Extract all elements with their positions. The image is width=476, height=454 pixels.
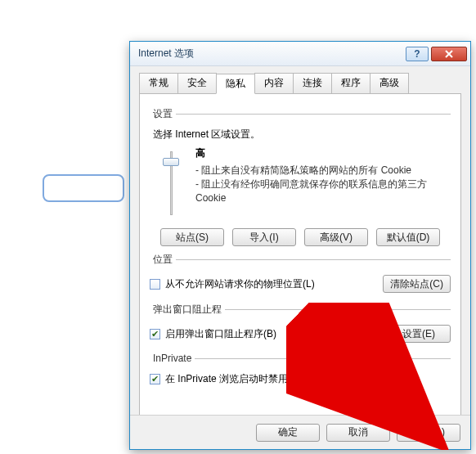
tab-content[interactable]: 内容 (254, 73, 294, 93)
close-button[interactable] (431, 47, 467, 61)
inprivate-disable-toolbars-checkbox[interactable] (150, 374, 160, 384)
tab-connections[interactable]: 连接 (293, 73, 332, 93)
settings-group: 设置 选择 Internet 区域设置。 高 - 阻止来自没有精简隐私策略的网站… (150, 107, 451, 246)
location-group: 位置 从不允许网站请求你的物理位置(L) 清除站点(C) (150, 253, 451, 296)
settings-legend: 设置 (150, 107, 176, 121)
tab-advanced[interactable]: 高级 (370, 73, 409, 93)
tab-privacy[interactable]: 隐私 (216, 74, 255, 94)
tab-security[interactable]: 安全 (177, 73, 217, 93)
close-icon (444, 50, 454, 58)
never-allow-location-checkbox[interactable] (150, 279, 160, 290)
tab-strip: 常规 安全 隐私 内容 连接 程序 高级 (139, 73, 461, 94)
never-allow-location-label: 从不允许网站请求你的物理位置(L) (165, 277, 315, 291)
bullet-2: - 阻止没有经你明确同意就保存你的联系信息的第三方 Cookie (195, 178, 451, 205)
slider-thumb[interactable] (163, 158, 179, 166)
background-shape (43, 174, 124, 202)
internet-options-dialog: Internet 选项 ? 常规 安全 隐私 内容 连接 程序 高级 设置 选择… (129, 41, 471, 450)
tab-general[interactable]: 常规 (139, 73, 178, 93)
dialog-footer: 确定 取消 应用(A) (130, 415, 470, 449)
ok-button[interactable]: 确定 (256, 424, 320, 442)
slider-level-label: 高 (195, 146, 451, 160)
settings-intro: 选择 Internet 区域设置。 (153, 128, 451, 142)
window-title: Internet 选项 (138, 47, 403, 61)
apply-button[interactable]: 应用(A) (397, 424, 460, 442)
cancel-button[interactable]: 取消 (326, 424, 390, 442)
enable-popup-blocker-label: 启用弹出窗口阻止程序(B) (165, 327, 276, 341)
titlebar[interactable]: Internet 选项 ? (130, 42, 470, 66)
privacy-description: - 阻止来自没有精简隐私策略的网站的所有 Cookie - 阻止没有经你明确同意… (195, 164, 451, 205)
sites-button[interactable]: 站点(S) (160, 228, 224, 246)
inprivate-group: InPrivate 在 InPrivate 浏览启动时禁用工具栏和扩展(T) (150, 353, 451, 389)
privacy-slider[interactable] (156, 146, 186, 220)
clear-sites-button[interactable]: 清除站点(C) (383, 275, 451, 293)
bullet-1: - 阻止来自没有精简隐私策略的网站的所有 Cookie (195, 164, 451, 178)
privacy-panel: 设置 选择 Internet 区域设置。 高 - 阻止来自没有精简隐私策略的网站… (139, 94, 461, 420)
inprivate-legend: InPrivate (150, 353, 195, 364)
help-button[interactable]: ? (406, 47, 429, 61)
enable-popup-blocker-checkbox[interactable] (150, 329, 160, 339)
popup-settings-button[interactable]: 设置(E) (387, 325, 451, 343)
location-legend: 位置 (150, 253, 176, 267)
advanced-button[interactable]: 高级(V) (304, 228, 368, 246)
tab-programs[interactable]: 程序 (331, 73, 370, 93)
popup-legend: 弹出窗口阻止程 (150, 303, 225, 317)
default-button[interactable]: 默认值(D) (376, 228, 440, 246)
popup-blocker-group: 弹出窗口阻止程 启用弹出窗口阻止程序(B) 设置(E) (150, 303, 451, 346)
import-button[interactable]: 导入(I) (232, 228, 296, 246)
inprivate-disable-toolbars-label: 在 InPrivate 浏览启动时禁用工具栏和扩展(T) (165, 372, 359, 386)
